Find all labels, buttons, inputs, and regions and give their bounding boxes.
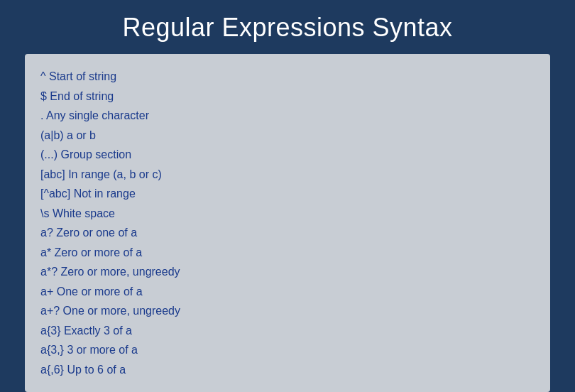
syntax-line: [^abc] Not in range [40,184,535,204]
syntax-line: a{3,} 3 or more of a [40,340,535,360]
syntax-line: a+ One or more of a [40,282,535,302]
syntax-line: $ End of string [40,87,535,107]
syntax-line: [abc] In range (a, b or c) [40,165,535,185]
syntax-line: a* Zero or more of a [40,243,535,263]
syntax-line: a*? Zero or more, ungreedy [40,262,535,282]
syntax-line: a{3} Exactly 3 of a [40,321,535,341]
syntax-line: a? Zero or one of a [40,223,535,243]
syntax-line: (a|b) a or b [40,126,535,146]
syntax-line: a+? One or more, ungreedy [40,301,535,321]
content-box: ^ Start of string$ End of string. Any si… [25,54,550,392]
syntax-line: (...) Group section [40,145,535,165]
syntax-line: ^ Start of string [40,67,535,87]
syntax-line: a{,6} Up to 6 of a [40,360,535,380]
syntax-line: \s White space [40,204,535,224]
page-title: Regular Expressions Syntax [14,13,561,43]
title-area: Regular Expressions Syntax [0,0,575,54]
syntax-line: . Any single character [40,106,535,126]
